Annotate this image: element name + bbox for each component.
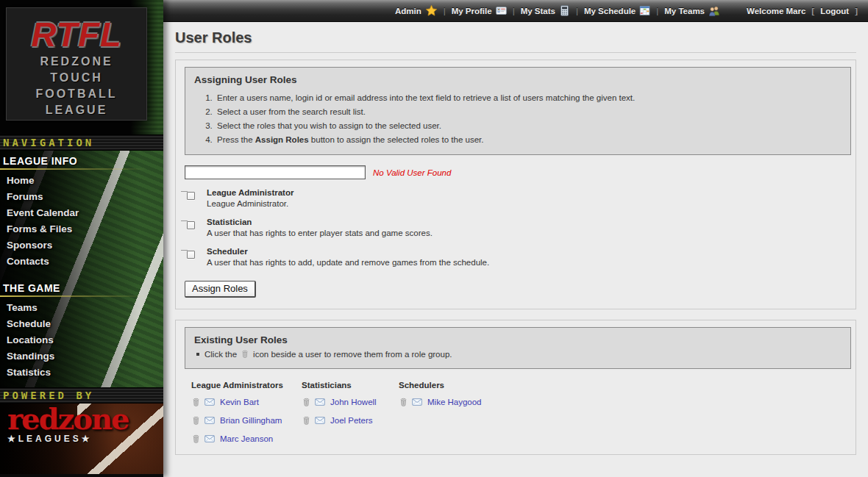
email-user-icon[interactable]: [411, 397, 423, 407]
remove-user-icon[interactable]: [191, 397, 201, 407]
calendar-icon: [639, 5, 650, 16]
sidebar-nav: LEAGUE INFO Home Forums Event Calendar F…: [0, 151, 163, 381]
group-statisticians: Statisticians John Howell Joel Peters: [302, 381, 399, 445]
nav-section-header-the-game: THE GAME: [0, 278, 163, 295]
sidebar-item-forms-files[interactable]: Forms & Files: [0, 221, 163, 237]
title-divider: [175, 52, 856, 53]
role-description: A user that has rights to add, update an…: [207, 258, 851, 268]
email-user-icon[interactable]: [204, 434, 216, 444]
sidebar: RTFL REDZONE TOUCH FOOTBALL LEAGUE NAVIG…: [0, 0, 163, 477]
sidebar-item-home[interactable]: Home: [0, 173, 163, 189]
role-name: League Administrator: [207, 188, 851, 198]
group-schedulers: Schedulers Mike Haygood: [399, 381, 851, 445]
user-row: Joel Peters: [302, 415, 399, 426]
user-search-input[interactable]: [185, 165, 366, 179]
assigning-section: Assigning User Roles Enter a users name,…: [175, 60, 856, 309]
topbar-item-my-schedule[interactable]: My Schedule: [584, 5, 650, 16]
sidebar-item-statistics[interactable]: Statistics: [0, 365, 163, 381]
sidebar-item-schedule[interactable]: Schedule: [0, 316, 163, 332]
nav-underline: [0, 295, 163, 297]
sidebar-bottom-strip: [0, 474, 163, 477]
nav-list-league-info: Home Forums Event Calendar Forms & Files…: [0, 173, 163, 270]
navigation-banner: NAVIGATION: [0, 135, 163, 151]
step-item: Press the Assign Roles button to assign …: [215, 135, 842, 145]
nav-section-header-league-info: LEAGUE INFO: [0, 151, 163, 168]
logo-line: TOUCH: [7, 70, 146, 86]
remove-user-icon[interactable]: [399, 397, 408, 407]
assign-roles-button[interactable]: Assign Roles: [185, 281, 256, 298]
sidebar-item-sponsors[interactable]: Sponsors: [0, 237, 163, 254]
star-icon: [425, 4, 438, 17]
page-title: User Roles: [175, 29, 856, 46]
user-row: Brian Gillingham: [191, 415, 302, 426]
topbar-item-admin[interactable]: Admin: [395, 4, 438, 17]
assigning-instructions-box: Assigning User Roles Enter a users name,…: [185, 67, 851, 155]
sidebar-item-event-calendar[interactable]: Event Calendar: [0, 205, 163, 221]
role-name: Statistician: [207, 218, 851, 227]
bin-icon: [241, 349, 249, 359]
user-link[interactable]: Marc Jeanson: [220, 434, 273, 443]
user-link[interactable]: Brian Gillingham: [220, 416, 282, 425]
topbar-item-my-profile[interactable]: My Profile: [452, 5, 507, 16]
existing-section: Existing User Roles Click the icon besid…: [175, 320, 856, 455]
group-icon: [708, 5, 720, 17]
remove-user-icon[interactable]: [302, 397, 311, 407]
step-item: Select the roles that you wish to assign…: [215, 121, 842, 131]
user-link[interactable]: Kevin Bart: [220, 398, 259, 406]
topbar-separator: |: [513, 7, 515, 15]
logout-link[interactable]: Logout: [820, 7, 849, 15]
redzone-leagues-logo[interactable]: redzone ★LEAGUES★: [7, 405, 128, 444]
email-user-icon[interactable]: [204, 415, 216, 426]
league-logo[interactable]: RTFL REDZONE TOUCH FOOTBALL LEAGUE: [6, 7, 147, 121]
user-link[interactable]: Joel Peters: [330, 416, 373, 425]
topbar-item-label: My Teams: [664, 7, 705, 15]
user-row: Mike Haygood: [399, 396, 851, 408]
topbar: Admin | My Profile | My Stats | My Sched…: [163, 0, 868, 22]
sidebar-item-teams[interactable]: Teams: [0, 300, 163, 316]
user-link[interactable]: John Howell: [330, 398, 377, 406]
step-bold-text: Assign Roles: [255, 135, 309, 144]
role-checkbox[interactable]: [187, 221, 195, 229]
topbar-separator: |: [444, 7, 446, 15]
logo-acronym: RTFL: [7, 15, 146, 54]
logo-line: LEAGUE: [7, 102, 146, 118]
email-user-icon[interactable]: [314, 415, 326, 426]
topbar-separator: |: [656, 7, 658, 15]
topbar-item-my-stats[interactable]: My Stats: [521, 5, 570, 16]
role-groups: League Administrators Kevin Bart Brian G…: [185, 381, 851, 445]
remove-user-icon[interactable]: [191, 415, 201, 426]
nav-list-the-game: Teams Schedule Locations Standings Stati…: [0, 300, 163, 381]
note-text: icon beside a user to remove them from a…: [253, 350, 452, 359]
existing-title: Existing User Roles: [194, 334, 842, 345]
email-user-icon[interactable]: [204, 397, 216, 407]
logout-bracket-close: ]: [855, 7, 858, 15]
sidebar-item-locations[interactable]: Locations: [0, 332, 163, 348]
user-search-row: No Valid User Found: [185, 165, 851, 179]
logout-bracket-open: [: [811, 7, 814, 15]
user-link[interactable]: Mike Haygood: [427, 398, 482, 406]
topbar-item-my-teams[interactable]: My Teams: [664, 5, 720, 17]
role-checkbox[interactable]: [187, 192, 195, 200]
role-checkbox[interactable]: [187, 251, 195, 259]
role-row-statistician: Statistician A user that has rights to e…: [185, 218, 851, 238]
bullet-icon: [196, 353, 199, 356]
sidebar-item-standings[interactable]: Standings: [0, 348, 163, 365]
remove-user-icon[interactable]: [302, 415, 311, 426]
welcome-text: Welcome Marc: [747, 7, 805, 15]
topbar-item-label: My Profile: [452, 7, 492, 15]
role-row-league-administrator: League Administrator League Administrato…: [185, 188, 851, 209]
role-description: A user that has rights to enter player s…: [207, 229, 851, 238]
logo-line: FOOTBALL: [7, 86, 146, 102]
search-status-message: No Valid User Found: [373, 168, 451, 177]
role-description: League Administrator.: [207, 199, 851, 209]
email-user-icon[interactable]: [314, 397, 326, 407]
group-title: League Administrators: [191, 381, 302, 390]
topbar-separator: |: [576, 7, 578, 15]
sidebar-item-contacts[interactable]: Contacts: [0, 254, 163, 270]
topbar-item-label: Admin: [395, 7, 421, 15]
group-title: Statisticians: [302, 381, 399, 390]
sidebar-item-forums[interactable]: Forums: [0, 189, 163, 205]
topbar-item-label: My Stats: [521, 7, 555, 15]
role-row-scheduler: Scheduler A user that has rights to add,…: [185, 247, 851, 268]
remove-user-icon[interactable]: [191, 434, 201, 444]
